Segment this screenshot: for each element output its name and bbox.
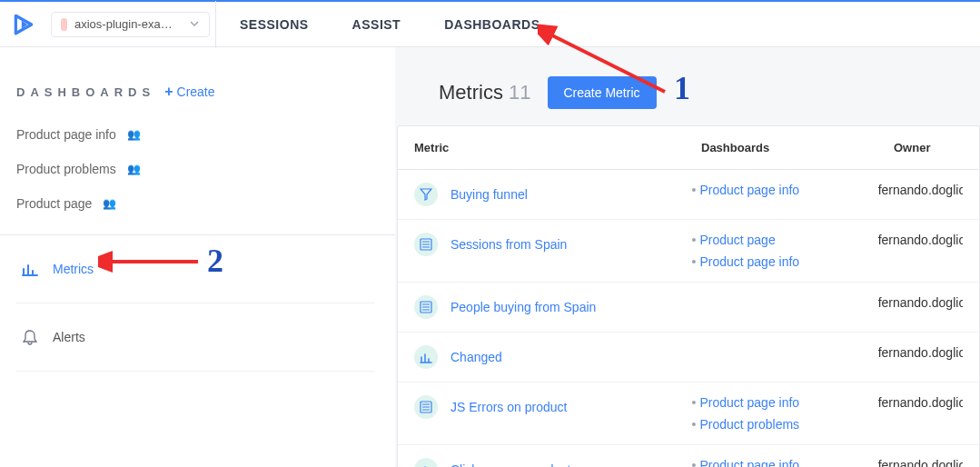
table-row[interactable]: Sessions from SpainProduct pageProduct p… xyxy=(398,220,979,283)
main-content: Metrics 11 Create Metric Metric Dashboar… xyxy=(395,47,980,467)
col-owner: Owner xyxy=(894,141,963,154)
sidebar-item-metrics[interactable]: Metrics xyxy=(16,235,375,303)
nav-dashboards[interactable]: DASHBOARDS xyxy=(444,17,539,32)
metric-link[interactable]: JS Errors on product xyxy=(450,400,567,414)
sidebar-header: DASHBOARDS + Create xyxy=(16,84,375,100)
table-header: Metric Dashboards Owner xyxy=(398,126,979,170)
metric-link[interactable]: Click rage on products xyxy=(450,462,577,467)
create-metric-button[interactable]: Create Metric xyxy=(548,76,657,109)
owner-cell: fernando.doglio xyxy=(878,233,963,247)
sidebar-dashboard-item[interactable]: Product page info 👥 xyxy=(16,127,375,142)
dashboards-cell: Product page infoProduct problems xyxy=(692,395,878,432)
owner-cell: fernando.doglio xyxy=(878,458,963,467)
dashboards-cell: Product pageProduct page info xyxy=(692,233,878,269)
dashboards-cell: Product page info xyxy=(692,183,878,197)
dashboard-link[interactable]: Product page xyxy=(692,233,878,247)
dashboards-list: Product page info 👥 Product problems 👥 P… xyxy=(16,127,375,211)
app-logo[interactable] xyxy=(0,13,47,36)
create-label: Create xyxy=(177,84,215,99)
sidebar: DASHBOARDS + Create Product page info 👥 … xyxy=(0,47,395,467)
metric-cell: JS Errors on product xyxy=(414,395,692,419)
body: DASHBOARDS + Create Product page info 👥 … xyxy=(0,47,980,467)
project-name: axios-plugin-exam… xyxy=(74,17,182,31)
sidebar-nav: Metrics Alerts xyxy=(16,235,375,372)
metric-link[interactable]: Sessions from Spain xyxy=(450,237,567,252)
shared-icon: 👥 xyxy=(103,197,116,210)
sidebar-dashboard-item[interactable]: Product page 👥 xyxy=(16,196,375,211)
divider xyxy=(215,1,216,48)
metric-cell: Sessions from Spain xyxy=(414,233,692,256)
metric-cell: People buying from Spain xyxy=(414,295,692,319)
table-row[interactable]: Buying funnelProduct page infofernando.d… xyxy=(398,170,979,220)
dashboard-link[interactable]: Product problems xyxy=(692,417,878,432)
main-header: Metrics 11 Create Metric xyxy=(395,47,980,125)
shared-icon: 👥 xyxy=(127,128,141,141)
metrics-table: Metric Dashboards Owner Buying funnelPro… xyxy=(397,125,980,467)
dashboard-link[interactable]: Product page info xyxy=(692,458,878,467)
metric-link[interactable]: People buying from Spain xyxy=(450,300,596,314)
col-metric: Metric xyxy=(414,141,701,154)
metric-cell: Click rage on products xyxy=(414,458,692,467)
owner-cell: fernando.doglio xyxy=(878,395,963,410)
dashboards-cell: Product page info xyxy=(692,458,878,467)
table-row[interactable]: Changedfernando.doglio xyxy=(398,333,979,383)
nav-sessions[interactable]: SESSIONS xyxy=(240,17,309,32)
dashboard-link[interactable]: Product page info xyxy=(692,254,878,269)
page-title-text: Metrics xyxy=(439,81,503,104)
bell-icon xyxy=(22,329,38,345)
metric-link[interactable]: Changed xyxy=(450,350,502,364)
page-title: Metrics 11 xyxy=(439,81,531,104)
topbar: axios-plugin-exam… SESSIONS ASSIST DASHB… xyxy=(0,0,980,47)
sidebar-dashboard-item[interactable]: Product problems 👥 xyxy=(16,162,375,176)
shared-icon: 👥 xyxy=(127,163,141,175)
dashboard-name: Product problems xyxy=(16,162,116,176)
project-selector[interactable]: axios-plugin-exam… xyxy=(51,12,210,37)
metric-cell: Buying funnel xyxy=(414,183,692,206)
dashboard-name: Product page info xyxy=(16,127,116,142)
table-row[interactable]: Click rage on productsProduct page infof… xyxy=(398,445,979,467)
metrics-label: Metrics xyxy=(53,262,94,276)
table-body: Buying funnelProduct page infofernando.d… xyxy=(398,170,979,467)
sidebar-title: DASHBOARDS xyxy=(16,85,155,99)
plus-icon: + xyxy=(164,84,173,100)
table-row[interactable]: People buying from Spainfernando.doglio xyxy=(398,283,979,333)
list-icon xyxy=(414,295,438,319)
barchart-icon xyxy=(22,261,38,277)
nav-assist[interactable]: ASSIST xyxy=(352,17,401,32)
list-icon xyxy=(414,233,438,256)
chevron-down-icon xyxy=(189,16,200,33)
dashboard-name: Product page xyxy=(16,196,92,211)
alerts-label: Alerts xyxy=(53,330,85,344)
metric-cell: Changed xyxy=(414,345,692,369)
project-color-pill xyxy=(61,18,67,31)
metrics-count: 11 xyxy=(509,81,530,104)
top-nav: SESSIONS ASSIST DASHBOARDS xyxy=(240,17,540,32)
col-dashboards: Dashboards xyxy=(701,141,894,154)
dashboard-link[interactable]: Product page info xyxy=(692,183,878,197)
owner-cell: fernando.doglio xyxy=(878,345,963,360)
dashboard-link[interactable]: Product page info xyxy=(692,395,878,410)
sidebar-item-alerts[interactable]: Alerts xyxy=(16,303,375,372)
funnel-icon xyxy=(414,183,438,206)
owner-cell: fernando.doglio xyxy=(878,295,963,310)
metric-link[interactable]: Buying funnel xyxy=(450,187,528,202)
create-dashboard-link[interactable]: + Create xyxy=(164,84,214,100)
bars-icon xyxy=(414,458,438,467)
owner-cell: fernando.doglio xyxy=(878,183,963,197)
list-icon xyxy=(414,395,438,419)
bars-icon xyxy=(414,345,438,369)
table-row[interactable]: JS Errors on productProduct page infoPro… xyxy=(398,383,979,445)
